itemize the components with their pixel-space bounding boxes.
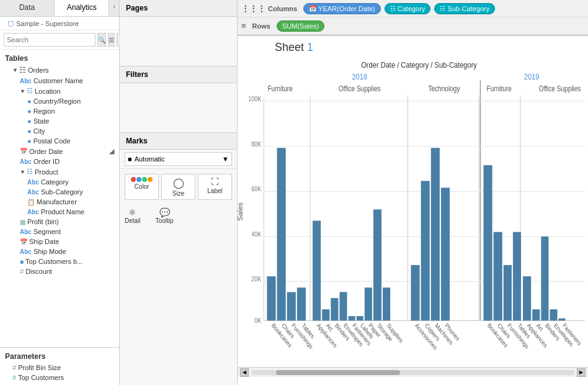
color-circles-icon (131, 177, 153, 182)
bar[interactable] (383, 288, 390, 320)
filter-icon[interactable]: ☰ (108, 33, 115, 47)
field-product[interactable]: ▼ ☷ Product (0, 166, 119, 177)
field-state[interactable]: ● State (0, 116, 119, 126)
marks-label: Marks (120, 133, 237, 150)
field-profit-bin[interactable]: ▩ Profit (bin) (0, 217, 119, 227)
field-sub-category[interactable]: Abc Sub-Category (0, 187, 119, 197)
bar[interactable] (373, 209, 381, 320)
marks-label-btn[interactable]: ⛶ Label (198, 174, 232, 200)
bar[interactable] (297, 288, 306, 320)
field-label: Product (35, 168, 114, 176)
pill-sum-sales[interactable]: SUM(Sales) (277, 20, 324, 32)
marks-size-btn[interactable]: ◯ Size (161, 174, 195, 200)
search-icon[interactable]: 🔍 (97, 33, 106, 47)
globe-icon: ● (27, 127, 32, 135)
field-label: Ship Mode (33, 248, 114, 255)
bar[interactable] (267, 276, 275, 320)
bar[interactable] (431, 148, 440, 320)
bar[interactable] (411, 265, 419, 320)
search-input[interactable] (4, 33, 96, 47)
field-order-id[interactable]: Abc Order ID (0, 156, 119, 166)
orders-table-icon: ☷ (19, 66, 26, 75)
field-order-date[interactable]: 📅 Order Date ◢ (0, 146, 119, 156)
hierarchy-icon: ☷ (27, 168, 33, 176)
marks-color-btn[interactable]: Color (125, 174, 159, 200)
pill-text: Sub-Category (447, 5, 489, 12)
field-country-region[interactable]: ● Country/Region (0, 96, 119, 106)
field-label: Profit (bin) (27, 218, 114, 225)
bar[interactable] (441, 188, 450, 320)
field-location[interactable]: ▼ ☷ Location (0, 86, 119, 96)
orders-group[interactable]: ▼ ☷ Orders (0, 65, 119, 76)
bar[interactable] (331, 298, 338, 320)
field-label: Top Customers b... (25, 258, 114, 265)
svg-text:40K: 40K (251, 230, 261, 238)
param-profit-bin-size[interactable]: # Profit Bin Size (0, 363, 119, 373)
field-region[interactable]: ● Region (0, 106, 119, 116)
field-label: Region (33, 107, 114, 115)
bar[interactable] (287, 292, 296, 320)
group-icon: ■ (20, 258, 24, 265)
field-top-customers[interactable]: ■ Top Customers b... (0, 256, 119, 266)
field-postal-code[interactable]: ● Postal Code (0, 136, 119, 146)
bar[interactable] (532, 309, 540, 320)
field-discount[interactable]: # Discount (0, 266, 119, 276)
bar[interactable] (313, 220, 321, 320)
scroll-left-btn[interactable]: ◀ (240, 368, 249, 377)
marks-tooltip-btn[interactable]: 💬 Tooltip (156, 207, 174, 224)
orders-expand-arrow: ▼ (12, 67, 18, 73)
field-segment[interactable]: Abc Segment (0, 227, 119, 237)
bar[interactable] (559, 319, 566, 321)
clip-icon: 📋 (27, 199, 35, 206)
field-ship-mode[interactable]: Abc Ship Mode (0, 247, 119, 256)
bar[interactable] (322, 309, 329, 320)
abc-icon: Abc (27, 189, 39, 196)
bar[interactable] (550, 309, 557, 320)
scrollbar-thumb[interactable] (276, 370, 400, 375)
bar[interactable] (339, 292, 347, 320)
bar[interactable] (277, 148, 286, 320)
bar[interactable] (523, 276, 531, 320)
param-label: Top Customers (18, 374, 114, 381)
param-top-customers[interactable]: # Top Customers (0, 373, 119, 383)
bar[interactable] (357, 316, 363, 320)
location-expand: ▼ (20, 88, 25, 94)
search-row: 🔍 ☰ ⋮ ▼ (0, 30, 119, 50)
marks-type-icon: ■ (128, 155, 132, 163)
scroll-right-btn[interactable]: ▶ (577, 368, 586, 377)
bar[interactable] (365, 288, 372, 320)
svg-text:20K: 20K (251, 276, 261, 283)
field-manufacturer[interactable]: 📋 Manufacturer (0, 197, 119, 207)
marks-dropdown-arrow: ▼ (222, 155, 229, 163)
globe-icon: ● (27, 107, 32, 115)
field-category[interactable]: Abc Category (0, 177, 119, 187)
marks-type-select[interactable]: ■ Automatic ▼ (125, 152, 232, 166)
field-label: City (33, 127, 114, 135)
tab-data[interactable]: Data (0, 0, 55, 16)
bar[interactable] (541, 237, 548, 320)
bar[interactable] (494, 232, 502, 321)
field-customer-name[interactable]: Abc Customer Name (0, 76, 119, 86)
collapse-left-btn[interactable]: ‹ (109, 0, 119, 16)
field-city[interactable]: ● City (0, 126, 119, 136)
bar[interactable] (349, 316, 355, 320)
calendar-icon: 📅 (20, 148, 27, 155)
tables-title: Tables (0, 52, 119, 65)
pill-category[interactable]: ☷ Category (385, 3, 431, 14)
scrollbar[interactable]: ◀ ▶ (238, 367, 588, 377)
field-label: Category (41, 178, 114, 186)
scrollbar-track[interactable] (251, 370, 574, 375)
pill-year-order-date[interactable]: 📅 YEAR(Order Date) (303, 3, 381, 14)
param-icon: # (12, 374, 16, 381)
bar[interactable] (504, 265, 512, 320)
table-small-icon: ☷ (440, 5, 445, 12)
field-product-name[interactable]: Abc Product Name (0, 207, 119, 217)
tab-analytics[interactable]: Analytics (55, 0, 109, 16)
bar[interactable] (513, 232, 521, 321)
field-ship-date[interactable]: 📅 Ship Date (0, 237, 119, 247)
bar[interactable] (421, 181, 430, 320)
bar[interactable] (484, 165, 492, 320)
marks-detail-btn[interactable]: ⚛ Detail (125, 207, 141, 224)
size-icon: ◯ (173, 177, 184, 189)
pill-sub-category[interactable]: ☷ Sub-Category (434, 3, 495, 14)
